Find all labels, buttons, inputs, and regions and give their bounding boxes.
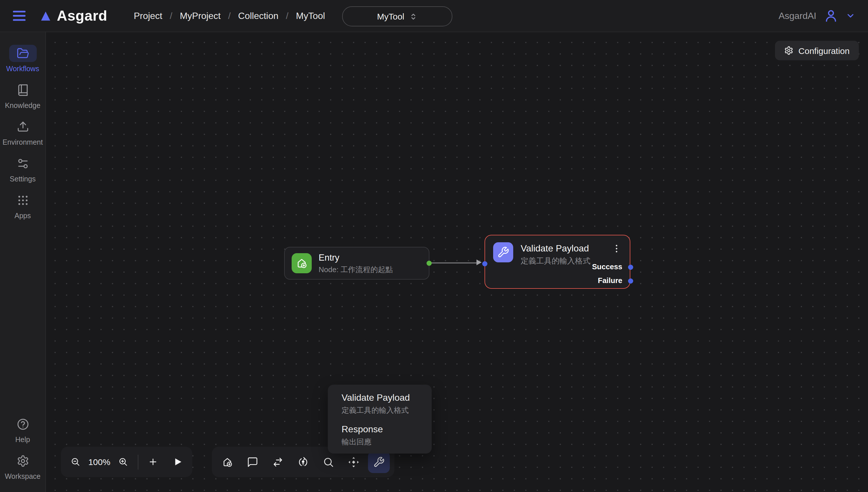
app-grid-icon [16,194,29,207]
zoom-toolbar: 100% [61,447,192,477]
move-diamond-icon [348,456,359,468]
auto-iterate-button[interactable] [292,451,314,473]
sidebar-item-workflows[interactable]: Workflows [0,45,45,73]
home-plus-icon [222,456,233,468]
account-name: AsgardAI [778,10,816,21]
sidebar-item-apps[interactable]: Apps [0,192,45,220]
entry-node-icon-chip [292,253,312,273]
breadcrumb-collection[interactable]: Collection [238,10,279,21]
logo-triangle-icon [40,10,52,22]
sliders-icon [16,157,29,170]
zoom-in-icon[interactable] [118,457,128,467]
hamburger-menu-icon[interactable] [11,8,27,24]
add-icon[interactable] [148,457,158,467]
sidebar-item-settings[interactable]: Settings [0,155,45,183]
folder-open-icon [16,47,29,60]
kebab-menu-icon[interactable] [612,243,622,254]
user-avatar-icon[interactable] [824,8,838,23]
logo-text: Asgard [57,7,107,24]
node-validate-payload[interactable]: Validate Payload 定義工具的輸入格式 Success Failu… [485,235,630,289]
chevron-up-down-icon [410,13,418,20]
edge-arrowhead [476,260,482,265]
workflow-canvas[interactable]: Configuration Entry Node: 工作流程的起點 [46,32,868,492]
comment-icon [247,456,258,468]
menu-item-response[interactable]: Response 輸出回應 [328,421,432,449]
header-account-area: AsgardAI [778,8,855,23]
swap-arrows-button[interactable] [267,451,289,473]
breadcrumb-project[interactable]: Project [134,10,163,21]
node-menu-popup: Validate Payload 定義工具的輸入格式 Response 輸出回應 [328,385,432,453]
comment-button[interactable] [242,451,264,473]
wrench-icon [373,456,385,468]
breadcrumb-myproject[interactable]: MyProject [180,10,220,21]
validate-input-handle[interactable] [482,261,487,266]
tool-select-value: MyTool [377,11,404,21]
node-title: Validate Payload [521,242,604,255]
add-entry-node-button[interactable] [217,451,238,473]
move-button[interactable] [343,451,365,473]
zoom-level: 100% [87,457,111,467]
port-label-success: Success [592,262,622,272]
sidebar-item-knowledge[interactable]: Knowledge [0,81,45,109]
port-label-failure: Failure [598,276,622,285]
node-title: Entry [319,252,393,264]
node-entry[interactable]: Entry Node: 工作流程的起點 [284,247,429,279]
node-subtitle: 定義工具的輸入格式 [521,256,604,266]
breadcrumb: Project / MyProject / Collection / MyToo… [134,10,325,21]
sidebar-item-help[interactable]: Help [0,416,45,444]
sidebar-item-workspace[interactable]: Workspace [0,452,45,481]
help-circle-icon [16,418,29,430]
edge-entry-to-validate [429,262,480,263]
zoom-out-icon[interactable] [71,457,80,467]
tool-wrench-button[interactable] [368,451,390,473]
search-button[interactable] [318,451,339,473]
node-subtitle: Node: 工作流程的起點 [319,265,393,274]
auto-iterate-icon [297,456,309,468]
left-sidebar: Workflows Knowledge Environment Settings [0,32,46,492]
toolbar-divider [138,454,138,469]
breadcrumb-mytool[interactable]: MyTool [296,10,325,21]
upload-icon [16,121,29,133]
swap-arrows-icon [272,456,283,468]
validate-failure-handle[interactable] [628,278,633,283]
top-header: Asgard Project / MyProject / Collection … [0,0,868,32]
chevron-down-icon[interactable] [846,11,855,21]
validate-success-handle[interactable] [628,264,633,270]
gear-icon [784,46,793,55]
menu-item-validate-payload[interactable]: Validate Payload 定義工具的輸入格式 [328,389,432,417]
app-logo[interactable]: Asgard [40,7,107,24]
app-window: Asgard Project / MyProject / Collection … [0,0,868,492]
sidebar-item-environment[interactable]: Environment [0,118,45,146]
configuration-button[interactable]: Configuration [775,41,859,60]
search-icon [323,456,334,468]
play-icon[interactable] [173,457,182,467]
entry-output-handle[interactable] [426,261,432,266]
validate-node-icon-chip [493,242,513,262]
tool-select-dropdown[interactable]: MyTool [342,6,452,26]
wrench-icon [497,246,509,259]
book-icon [16,84,29,96]
home-plus-icon [296,257,308,269]
gear-icon [16,455,29,467]
